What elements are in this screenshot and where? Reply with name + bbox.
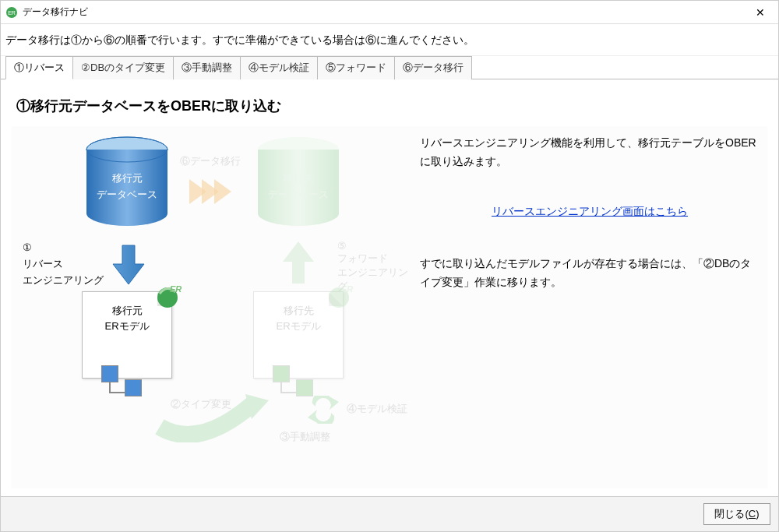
close-icon: ✕	[756, 6, 765, 19]
titlebar: ER データ移行ナビ ✕	[1, 1, 778, 24]
source-database-label: 移行元 データベース	[82, 171, 172, 203]
tab-model-verify[interactable]: ④モデル検証	[241, 56, 318, 79]
svg-point-8	[258, 201, 339, 226]
tab-bar: ①リバース ②DBのタイプ変更 ③手動調整 ④モデル検証 ⑤フォワード ⑥データ…	[1, 56, 778, 79]
up-arrow-icon	[281, 240, 315, 287]
er-badge-icon: ER	[156, 286, 179, 309]
tab-forward[interactable]: ⑤フォワード	[318, 56, 395, 79]
content-body: 移行元 データベース	[12, 126, 767, 488]
instruction-text: データ移行は①から⑥の順番で行います。すでに準備ができている場合は⑥に進んでくだ…	[1, 24, 778, 56]
source-database-icon: 移行元 データベース	[82, 136, 172, 229]
dest-database-icon: 移行先 データベース	[253, 136, 344, 229]
window-close-button[interactable]: ✕	[742, 2, 777, 23]
footer: 閉じる(C)	[1, 496, 778, 531]
window-title: データ移行ナビ	[23, 5, 742, 19]
curve-arrow-icon	[152, 380, 277, 442]
step3-label: ③手動調整	[280, 430, 330, 444]
tab-reverse[interactable]: ①リバース	[5, 56, 73, 79]
dest-er-model-icon: 移行先 ERモデル ER	[253, 291, 344, 379]
down-arrow-icon	[111, 244, 146, 286]
app-icon: ER	[5, 6, 18, 19]
section-title: ①移行元データベースをOBERに取り込む	[16, 97, 767, 115]
tab-manual-adjust[interactable]: ③手動調整	[174, 56, 241, 79]
tab-data-migration[interactable]: ⑥データ移行	[395, 56, 472, 79]
step2-label: ②タイプ変更	[171, 397, 231, 411]
reverse-engineering-link[interactable]: リバースエンジニアリング画面はこちら	[492, 205, 688, 217]
tab-db-type-change[interactable]: ②DBのタイプ変更	[73, 56, 174, 79]
step1-label: ① リバース エンジニアリング	[23, 240, 104, 288]
step6-label: ⑥データ移行	[180, 154, 241, 168]
swap-arrows-icon	[308, 396, 339, 424]
description-paragraph-1: リバースエンジニアリング機能を利用して、移行元テーブルをOBERに取り込みます。	[420, 134, 760, 171]
svg-point-4	[86, 201, 167, 226]
step4-label: ④モデル検証	[347, 402, 407, 416]
er-badge-icon: ER	[327, 286, 351, 309]
description-column: リバースエンジニアリング機能を利用して、移行元テーブルをOBERに取り込みます。…	[409, 131, 767, 488]
chevrons-right-icon	[194, 179, 231, 204]
svg-text:ER: ER	[8, 10, 16, 16]
close-button[interactable]: 閉じる(C)	[703, 503, 770, 525]
description-paragraph-2: すでに取り込んだモデルファイルが存在する場合には、「②DBのタイプ変更」作業に移…	[420, 255, 760, 292]
dest-database-label: 移行先 データベース	[253, 171, 344, 203]
content-area: ①移行元データベースをOBERに取り込む	[1, 79, 778, 496]
workflow-diagram: 移行元 データベース	[12, 131, 409, 474]
source-er-model-icon: 移行元 ERモデル ER	[82, 291, 172, 379]
